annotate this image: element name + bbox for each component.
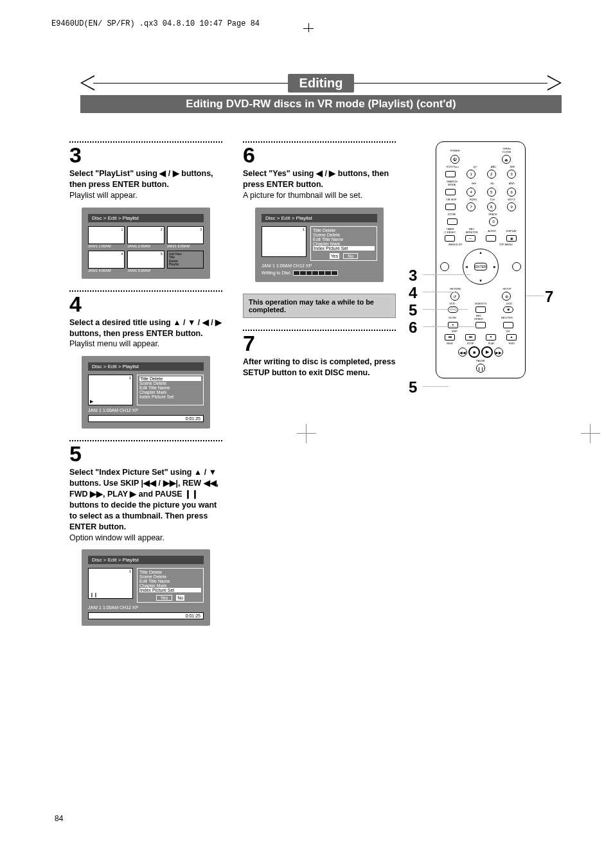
grid-cell: 1JAN/1 1:00AM — [88, 226, 125, 248]
display-icon: ▣ — [506, 235, 517, 242]
slow-icon: ▸ — [448, 322, 458, 328]
callout-number: 7 — [545, 288, 553, 306]
writing-progress-icon — [293, 270, 338, 276]
column-middle: 6 Select "Yes" using ◀ / ▶ buttons, then… — [243, 141, 396, 637]
step-instruction: Select "PlayList" using ◀ / ▶ buttons, t… — [69, 169, 213, 189]
dotted-rule — [69, 141, 222, 143]
info-line: JAN/ 1 1:00AM CH12 XP — [88, 605, 204, 610]
callout-number: 3 — [409, 267, 417, 285]
menu-list: Title Delete Scene Delete Edit Title Nam… — [137, 375, 204, 405]
crop-mark-icon — [303, 13, 316, 29]
screen-breadcrumb: Disc > Edit > Playlist — [88, 556, 204, 564]
step-result: A picture for thumbnail will be set. — [243, 191, 362, 200]
callout-line — [423, 386, 449, 387]
step-number: 7 — [243, 332, 396, 354]
screen-breadcrumb: Disc > Edit > Playlist — [88, 362, 204, 371]
column-remote: POWEROPEN/ CLOSE ⏻⏏ VCR Plus+.@/:ABCDEF … — [416, 141, 545, 637]
dotted-rule — [243, 330, 396, 331]
step-text: Select "Yes" using ◀ / ▶ buttons, then p… — [243, 168, 396, 201]
chevron-left-icon — [80, 75, 94, 91]
skip-rew-icon: ⏮ — [445, 334, 455, 341]
setup-icon: ⚙ — [502, 292, 511, 301]
yes-no-row: YesNo — [313, 253, 375, 259]
pause-icon: ❙❙ — [476, 364, 485, 373]
progress-bar: 0:01:25 — [88, 612, 204, 619]
step-text: Select "PlayList" using ◀ / ▶ buttons, t… — [69, 168, 222, 201]
yes-no-row: YesNo — [139, 595, 201, 601]
menu-list: Title Delete Scene Delete Edit Title Nam… — [310, 226, 377, 261]
step-result: Option window will appear. — [69, 533, 164, 542]
page-subtitle: Editing DVD-RW discs in VR mode (Playlis… — [80, 95, 562, 113]
callout-line — [423, 292, 455, 292]
page-number: 84 — [55, 814, 63, 823]
add-new-cell: Add NewTitleDeletePlaylist — [167, 251, 204, 269]
callout-number: 5 — [409, 378, 417, 396]
callout-line — [423, 274, 471, 275]
step-number: 4 — [69, 293, 222, 315]
grid-cell: 3JAN/1 3:00AM — [167, 226, 204, 248]
callout-number: 6 — [409, 319, 417, 337]
rule-line — [345, 83, 549, 84]
hyphen-icon: — — [465, 235, 475, 242]
dotted-rule — [243, 141, 396, 143]
step-number: 6 — [243, 144, 396, 166]
info-line: JAN/ 1 1:00AM CH12 XP — [88, 408, 204, 412]
ch-up-icon: ▲ — [506, 334, 517, 341]
play-icon: ▶ — [481, 346, 493, 358]
return-icon: ↺ — [450, 292, 459, 301]
skip-fwd-icon: ⏭ — [465, 334, 475, 341]
callout-line — [423, 309, 468, 310]
dvd-icon: ◉ — [503, 306, 513, 313]
grid-cell: 2JAN/1 2:00AM — [127, 226, 164, 248]
grid-cell: 4JAN/1 4:00AM — [88, 251, 125, 272]
screen-option-window: Disc > Edit > Playlist 1❙❙ Title Delete … — [82, 549, 210, 626]
dotted-rule — [69, 440, 222, 441]
step-result: Playlist menu will appear. — [69, 339, 159, 348]
fwd-icon: ▶▶ — [494, 348, 503, 357]
step-number: 3 — [69, 144, 222, 166]
d-pad: ◀ENTER▶ — [463, 249, 499, 285]
stop-icon: ■ — [468, 346, 480, 358]
step-instruction: Select a desired title using ▲ / ▼ / ◀ /… — [69, 318, 222, 338]
preview-thumbnail: 1❙❙ — [88, 568, 133, 599]
page-title-banner: Editing — [80, 74, 562, 92]
column-left: 3 Select "PlayList" using ◀ / ▶ buttons,… — [69, 141, 222, 637]
step-instruction: Select "Yes" using ◀ / ▶ buttons, then p… — [243, 169, 389, 189]
callout-number: 4 — [409, 284, 417, 302]
grid-cell: 5JAN/1 5:00AM — [127, 251, 164, 272]
thumbnail-grid: 1JAN/1 1:00AM 2JAN/1 2:00AM 3JAN/1 3:00A… — [88, 226, 204, 272]
step-text: Select a desired title using ▲ / ▼ / ◀ /… — [69, 317, 222, 350]
screen-playlist-grid: Disc > Edit > Playlist 1JAN/1 1:00AM 2JA… — [82, 208, 210, 279]
dotted-rule — [69, 290, 222, 292]
rule-line — [93, 83, 297, 84]
step-text: Select "Index Picture Set" using ▲ / ▼ b… — [69, 467, 222, 543]
callout-line — [423, 326, 477, 327]
screen-breadcrumb: Disc > Edit > Playlist — [262, 214, 377, 222]
writing-line: Writing to Disc — [262, 270, 377, 276]
content-area: 3 Select "PlayList" using ◀ / ▶ buttons,… — [69, 141, 562, 637]
step-instruction: Select "Index Picture Set" using ▲ / ▼ b… — [69, 468, 218, 531]
step-instruction: After writing to disc is completed, pres… — [243, 357, 396, 377]
callout-number: 5 — [409, 301, 417, 319]
step-text: After writing to disc is completed, pres… — [243, 357, 396, 378]
preview-thumbnail: 1▶ — [88, 375, 133, 405]
remote-control-diagram: POWEROPEN/ CLOSE ⏻⏏ VCR Plus+.@/:ABCDEF … — [436, 141, 526, 378]
chevron-right-icon — [547, 75, 562, 91]
rew-icon: ◀◀ — [458, 348, 467, 357]
enter-button: ENTER — [474, 263, 487, 270]
power-icon: ⏻ — [450, 155, 459, 164]
ch-down-icon: ▼ — [486, 334, 496, 341]
source-file-header: E9460UD(EN/ SP/FR) .qx3 04.8.10 10:47 Pa… — [51, 19, 260, 28]
registration-mark-icon — [581, 424, 600, 443]
step-number: 5 — [69, 443, 222, 465]
preview-thumbnail: 1 — [262, 226, 306, 257]
eject-icon: ⏏ — [502, 155, 511, 164]
top-menu-icon — [512, 262, 521, 271]
progress-bar: 0:01:25 — [88, 415, 204, 422]
callout-line — [526, 296, 544, 296]
screen-writing: Disc > Edit > Playlist 1 Title Delete Sc… — [255, 208, 384, 282]
step-result: Playlist will appear. — [69, 191, 138, 200]
screen-title-menu: Disc > Edit > Playlist 1▶ Title Delete S… — [82, 356, 210, 429]
menu-icon — [440, 262, 449, 271]
page-title: Editing — [288, 74, 355, 93]
